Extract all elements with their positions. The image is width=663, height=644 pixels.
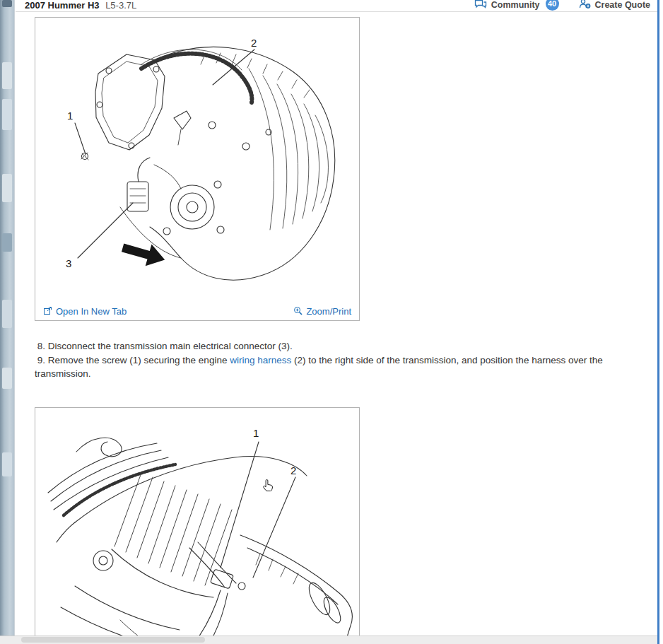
transmission-diagram-1 <box>35 18 359 303</box>
figure-2-canvas: 1 2 <box>35 408 359 636</box>
strip-decoration <box>2 62 12 89</box>
page-content: 2007 Hummer H3 L5-3.7L Community 40 <box>16 0 657 636</box>
open-in-new-tab-link[interactable]: Open In New Tab <box>43 306 127 317</box>
window-edge <box>657 0 659 644</box>
left-window-edge <box>0 0 15 644</box>
figure-1-footer: Open In New Tab Zoom/Print <box>35 303 359 320</box>
strip-decoration <box>2 174 12 202</box>
browser-page: 2007 Hummer H3 L5-3.7L Community 40 <box>0 0 663 644</box>
community-label: Community <box>491 0 540 10</box>
figure-1-canvas: 1 2 3 <box>35 18 359 303</box>
strip-decoration <box>2 300 12 328</box>
instruction-step-9: 9. Remove the screw (1) securing the eng… <box>35 353 632 381</box>
create-quote-label: Create Quote <box>595 0 651 10</box>
vehicle-title: 2007 Hummer H3 L5-3.7L <box>25 0 136 11</box>
strip-decoration <box>2 233 12 252</box>
create-quote-icon <box>579 0 591 11</box>
strip-decoration <box>2 452 12 476</box>
figure1-callout-1: 1 <box>67 110 73 122</box>
strip-decoration <box>2 368 12 389</box>
strip-decoration <box>2 0 12 7</box>
step-9-text: 9. Remove the screw (1) securing the eng… <box>35 355 230 365</box>
transmission-diagram-2 <box>35 408 359 636</box>
open-in-new-tab-label: Open In New Tab <box>56 306 127 317</box>
strip-decoration <box>2 99 12 130</box>
page-header: 2007 Hummer H3 L5-3.7L Community 40 <box>16 0 657 12</box>
figure1-callout-3: 3 <box>66 257 71 269</box>
figure1-callout-2: 2 <box>251 37 257 49</box>
instruction-step-8: 8. Disconnect the transmission main elec… <box>35 339 632 353</box>
vehicle-engine: L5-3.7L <box>105 0 136 11</box>
figure-box-2: 1 2 <box>35 407 360 636</box>
cursor-pointer <box>263 479 274 495</box>
community-button[interactable]: Community <box>474 0 540 11</box>
header-actions: Community 40 Create Quote <box>474 0 650 12</box>
instruction-steps: 8. Disconnect the transmission main elec… <box>35 339 632 381</box>
horizontal-scrollbar[interactable] <box>0 636 657 644</box>
create-quote-button[interactable]: Create Quote <box>579 0 651 11</box>
zoom-print-label: Zoom/Print <box>306 306 351 317</box>
zoom-print-link[interactable]: Zoom/Print <box>293 306 351 317</box>
community-count-badge: 40 <box>546 0 559 11</box>
scrollbar-thumb[interactable] <box>21 637 205 643</box>
figure2-callout-1: 1 <box>253 427 259 439</box>
open-in-new-tab-icon <box>43 306 52 317</box>
wiring-harness-link[interactable]: wiring harness <box>230 355 291 365</box>
figure-box-1: 1 2 3 Open In New Tab <box>35 17 360 321</box>
direction-arrow <box>119 237 168 271</box>
community-icon <box>474 0 487 11</box>
figure2-callout-2: 2 <box>291 464 296 476</box>
zoom-print-icon <box>293 306 303 317</box>
vehicle-name: 2007 Hummer H3 <box>25 0 100 11</box>
